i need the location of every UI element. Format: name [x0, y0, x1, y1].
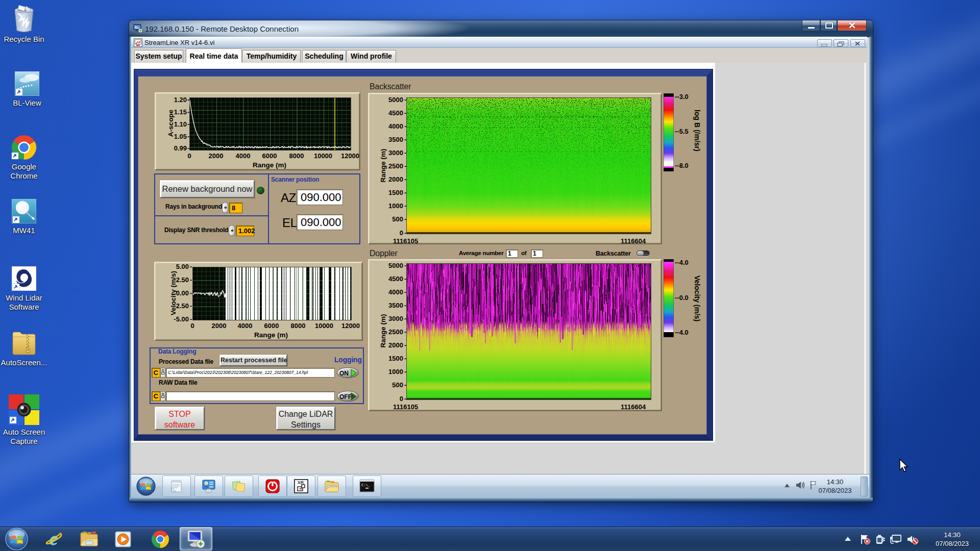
svg-text:C:\_: C:\_	[361, 483, 371, 487]
